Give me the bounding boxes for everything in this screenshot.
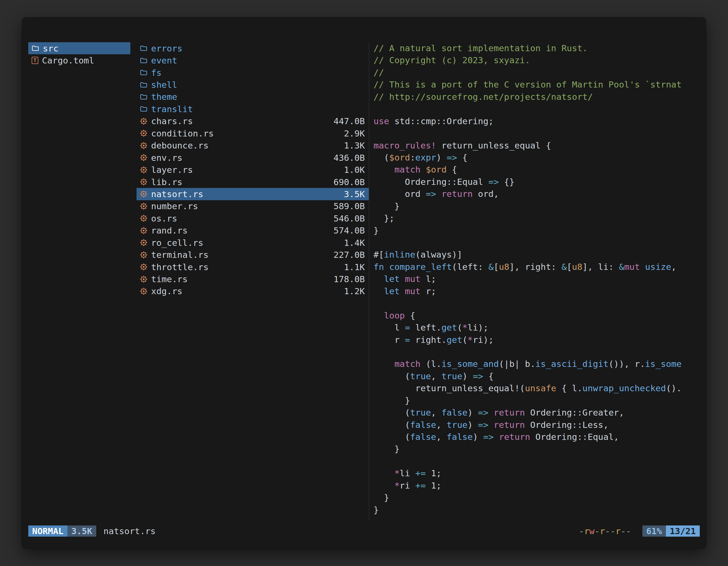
dir-row[interactable]: fs <box>137 67 369 79</box>
file-manager-window: srcTCargo.toml errorseventfsshellthemetr… <box>22 17 706 549</box>
code-line: r = right.get(*ri); <box>374 334 706 346</box>
code-line <box>374 455 706 467</box>
entry-name: errors <box>151 43 182 53</box>
file-row[interactable]: number.rs589.0B <box>137 200 369 212</box>
rust-file-icon <box>140 239 147 247</box>
entry-size: 1.2K <box>344 286 365 296</box>
entry-size: 1.3K <box>344 140 365 151</box>
entry-name: natsort.rs <box>151 189 203 199</box>
code-line: ord => return ord, <box>374 188 706 200</box>
code-line: // <box>374 67 706 79</box>
entry-size: 1.0K <box>344 165 365 175</box>
file-row[interactable]: condition.rs2.9K <box>137 127 369 139</box>
file-size-indicator: 3.5K <box>67 525 96 537</box>
code-line: match (l.is_some_and(|b| b.is_ascii_digi… <box>374 358 706 370</box>
file-row[interactable]: TCargo.toml <box>28 54 130 66</box>
code-line <box>374 346 706 358</box>
scroll-percentage: 61% <box>642 525 666 537</box>
file-row[interactable]: xdg.rs1.2K <box>137 285 369 297</box>
entry-size: 1.4K <box>344 238 365 248</box>
dir-row[interactable]: translit <box>137 103 369 115</box>
entry-name: shell <box>151 80 177 90</box>
rust-file-icon <box>140 287 147 295</box>
code-line: // Copyright (c) 2023, sxyazi. <box>374 54 706 66</box>
rust-file-icon <box>140 215 147 222</box>
file-row[interactable]: debounce.rs1.3K <box>137 140 369 152</box>
file-row[interactable]: ro_cell.rs1.4K <box>137 237 369 249</box>
code-line: return_unless_equal!(unsafe { l.unwrap_u… <box>374 382 706 394</box>
file-row[interactable]: natsort.rs3.5K <box>137 188 369 200</box>
code-line: } <box>374 200 706 212</box>
parent-pane: srcTCargo.toml <box>28 42 130 521</box>
entry-name: translit <box>151 104 193 114</box>
cursor-position: 13/21 <box>666 525 700 537</box>
rust-file-icon <box>140 142 147 149</box>
rust-file-icon <box>140 154 147 161</box>
code-line: use std::cmp::Ordering; <box>374 115 706 127</box>
dir-row[interactable]: shell <box>137 79 369 91</box>
code-line: } <box>374 394 706 407</box>
folder-icon <box>140 93 147 101</box>
folder-icon <box>140 57 147 64</box>
file-row[interactable]: rand.rs574.0B <box>137 225 369 237</box>
code-line: *ri += 1; <box>374 480 706 492</box>
entry-name: event <box>151 55 177 65</box>
entry-size: 589.0B <box>334 201 365 211</box>
code-line: // http://sourcefrog.net/projects/natsor… <box>374 91 706 103</box>
preview-pane[interactable]: // A natural sort implementation in Rust… <box>369 42 706 521</box>
dir-row[interactable]: theme <box>137 91 369 103</box>
file-row[interactable]: lib.rs690.0B <box>137 176 369 188</box>
code-line: loop { <box>374 309 706 321</box>
rust-file-icon <box>140 263 147 271</box>
code-line: } <box>374 443 706 455</box>
code-line: // A natural sort implementation in Rust… <box>374 42 706 54</box>
entry-size: 546.0B <box>334 213 365 224</box>
pane-gap <box>130 42 137 521</box>
entry-name: rand.rs <box>151 226 188 236</box>
status-filename: natsort.rs <box>104 526 156 536</box>
rust-file-icon <box>140 130 147 137</box>
entry-name: theme <box>151 92 177 102</box>
file-row[interactable]: throttle.rs1.1K <box>137 261 369 273</box>
current-pane: errorseventfsshellthemetranslitchars.rs4… <box>137 42 369 521</box>
dir-row[interactable]: errors <box>137 42 369 54</box>
code-line: } <box>374 225 706 237</box>
file-permissions: -rw-r--r-- <box>579 526 631 536</box>
rust-file-icon <box>140 227 147 234</box>
dir-row[interactable]: event <box>137 54 369 66</box>
panes: srcTCargo.toml errorseventfsshellthemetr… <box>22 42 706 521</box>
code-line: } <box>374 492 706 504</box>
entry-name: condition.rs <box>151 128 214 139</box>
code-line <box>374 127 706 139</box>
code-line <box>374 297 706 309</box>
code-line: let mut r; <box>374 285 706 297</box>
folder-icon <box>140 69 147 76</box>
entry-name: src <box>43 43 58 53</box>
code-line: }; <box>374 212 706 224</box>
entry-name: os.rs <box>151 213 177 224</box>
entry-name: ro_cell.rs <box>151 238 203 248</box>
code-line: macro_rules! return_unless_equal { <box>374 140 706 152</box>
file-row[interactable]: env.rs436.0B <box>137 152 369 164</box>
entry-name: xdg.rs <box>151 286 182 296</box>
file-row[interactable]: terminal.rs227.0B <box>137 249 369 261</box>
file-row[interactable]: layer.rs1.0K <box>137 164 369 176</box>
code-line <box>374 103 706 115</box>
entry-size: 447.0B <box>334 116 365 126</box>
code-line: (true, false) => return Ordering::Greate… <box>374 407 706 419</box>
code-line: Ordering::Equal => {} <box>374 176 706 188</box>
entry-name: lib.rs <box>151 177 182 187</box>
file-row[interactable]: time.rs178.0B <box>137 273 369 285</box>
code-line: *li += 1; <box>374 467 706 479</box>
rust-file-icon <box>140 118 147 125</box>
entry-name: throttle.rs <box>151 262 208 272</box>
file-row[interactable]: chars.rs447.0B <box>137 115 369 127</box>
folder-icon <box>140 105 147 113</box>
rust-file-icon <box>140 203 147 210</box>
code-line: (true, true) => { <box>374 370 706 382</box>
entry-size: 3.5K <box>344 189 365 199</box>
rust-file-icon <box>140 166 147 174</box>
dir-row[interactable]: src <box>28 42 130 54</box>
entry-size: 1.1K <box>344 262 365 272</box>
file-row[interactable]: os.rs546.0B <box>137 212 369 224</box>
